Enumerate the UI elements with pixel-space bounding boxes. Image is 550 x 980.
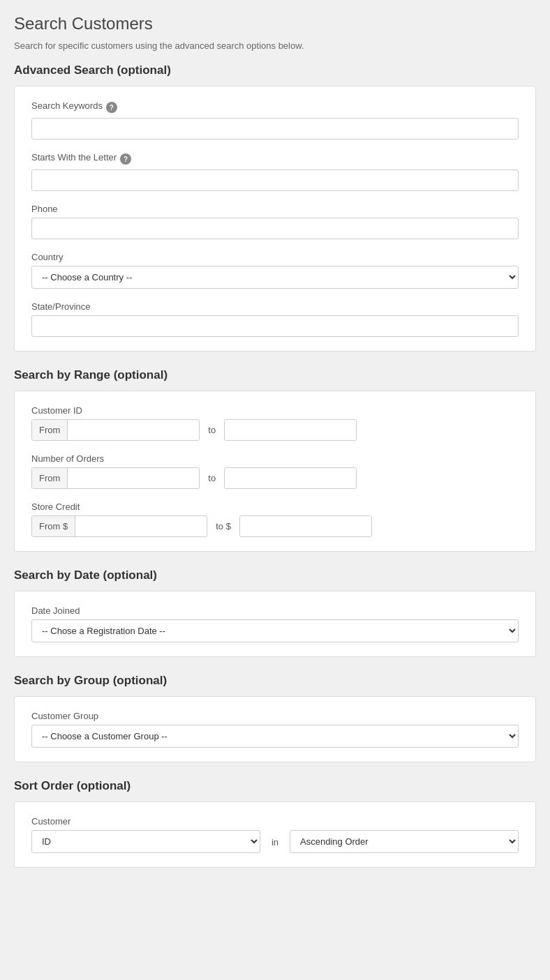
country-select[interactable]: -- Choose a Country -- bbox=[31, 266, 519, 289]
store-credit-to-wrapper bbox=[239, 515, 372, 537]
range-search-section: Search by Range (optional) Customer ID F… bbox=[14, 368, 536, 552]
state-input[interactable] bbox=[31, 315, 519, 337]
state-group: State/Province bbox=[31, 301, 519, 337]
sort-customer-label: Customer bbox=[31, 816, 260, 827]
page-subtitle: Search for specific customers using the … bbox=[14, 40, 536, 51]
country-group: Country -- Choose a Country -- bbox=[31, 252, 519, 289]
group-search-card: Customer Group -- Choose a Customer Grou… bbox=[14, 696, 536, 762]
sort-order-card: Customer ID Name Email Phone in Ascendin… bbox=[14, 801, 536, 868]
num-orders-from-label: From bbox=[32, 468, 68, 488]
phone-label: Phone bbox=[31, 204, 519, 214]
date-search-section: Search by Date (optional) Date Joined --… bbox=[14, 568, 536, 657]
advanced-search-section: Advanced Search (optional) Search Keywor… bbox=[14, 63, 536, 352]
country-label: Country bbox=[31, 252, 519, 262]
store-credit-from-wrapper: From $ bbox=[31, 515, 207, 537]
store-credit-to-spacer: to $ bbox=[207, 521, 239, 532]
starts-with-input[interactable] bbox=[31, 169, 519, 191]
advanced-search-card: Search Keywords ? Starts With the Letter… bbox=[14, 86, 536, 352]
phone-group: Phone bbox=[31, 204, 519, 239]
store-credit-from-label: From $ bbox=[32, 516, 75, 536]
sort-order-group: Customer ID Name Email Phone in Ascendin… bbox=[31, 816, 519, 853]
sort-order-wrapper: Ascending Order Descending Order bbox=[290, 830, 519, 853]
date-search-heading: Search by Date (optional) bbox=[14, 568, 536, 582]
store-credit-group: Store Credit From $ to $ bbox=[31, 502, 519, 537]
starts-with-group: Starts With the Letter ? bbox=[31, 152, 519, 191]
advanced-search-heading: Advanced Search (optional) bbox=[14, 63, 536, 77]
date-joined-select[interactable]: -- Chose a Registration Date -- bbox=[31, 619, 519, 642]
sort-order-heading: Sort Order (optional) bbox=[14, 779, 536, 793]
range-search-heading: Search by Range (optional) bbox=[14, 368, 536, 382]
starts-with-help-icon[interactable]: ? bbox=[120, 153, 131, 165]
customer-id-from-input[interactable] bbox=[68, 420, 199, 440]
store-credit-from-input[interactable] bbox=[75, 516, 207, 536]
group-search-heading: Search by Group (optional) bbox=[14, 674, 536, 688]
keywords-group: Search Keywords ? bbox=[31, 100, 519, 140]
sort-in-label: in bbox=[272, 837, 278, 853]
customer-id-to-input[interactable] bbox=[225, 420, 356, 440]
num-orders-to-wrapper bbox=[224, 467, 357, 489]
page-title: Search Customers bbox=[14, 14, 536, 33]
keywords-input[interactable] bbox=[31, 118, 519, 140]
date-joined-group: Date Joined -- Chose a Registration Date… bbox=[31, 605, 519, 642]
customer-id-from-label: From bbox=[32, 420, 68, 440]
customer-group-group: Customer Group -- Choose a Customer Grou… bbox=[31, 711, 519, 748]
store-credit-label: Store Credit bbox=[31, 502, 519, 512]
group-search-section: Search by Group (optional) Customer Grou… bbox=[14, 674, 536, 762]
customer-group-select[interactable]: -- Choose a Customer Group -- bbox=[31, 725, 519, 748]
keywords-help-icon[interactable]: ? bbox=[106, 102, 117, 113]
customer-id-to-spacer: to bbox=[200, 425, 224, 435]
num-orders-from-wrapper: From bbox=[31, 467, 200, 489]
keywords-label: Search Keywords bbox=[31, 100, 103, 111]
customer-id-group: Customer ID From to bbox=[31, 405, 519, 441]
state-label: State/Province bbox=[31, 301, 519, 312]
customer-id-from-wrapper: From bbox=[31, 419, 200, 441]
sort-order-section: Sort Order (optional) Customer ID Name E… bbox=[14, 779, 536, 868]
customer-id-to-wrapper bbox=[224, 419, 357, 441]
num-orders-label: Number of Orders bbox=[31, 453, 519, 464]
store-credit-to-input[interactable] bbox=[240, 516, 371, 536]
customer-group-label: Customer Group bbox=[31, 711, 519, 721]
customer-id-label: Customer ID bbox=[31, 405, 519, 416]
sort-by-select[interactable]: ID Name Email Phone bbox=[31, 830, 260, 853]
num-orders-to-input[interactable] bbox=[225, 468, 356, 488]
num-orders-from-input[interactable] bbox=[68, 468, 199, 488]
sort-order-select[interactable]: Ascending Order Descending Order bbox=[290, 830, 519, 853]
phone-input[interactable] bbox=[31, 218, 519, 239]
date-search-card: Date Joined -- Chose a Registration Date… bbox=[14, 591, 536, 657]
range-search-card: Customer ID From to Number of Orders Fro… bbox=[14, 391, 536, 552]
date-joined-label: Date Joined bbox=[31, 605, 519, 616]
sort-customer-wrapper: Customer ID Name Email Phone bbox=[31, 816, 260, 853]
num-orders-group: Number of Orders From to bbox=[31, 453, 519, 489]
starts-with-label: Starts With the Letter bbox=[31, 152, 117, 163]
num-orders-to-spacer: to bbox=[200, 473, 224, 483]
